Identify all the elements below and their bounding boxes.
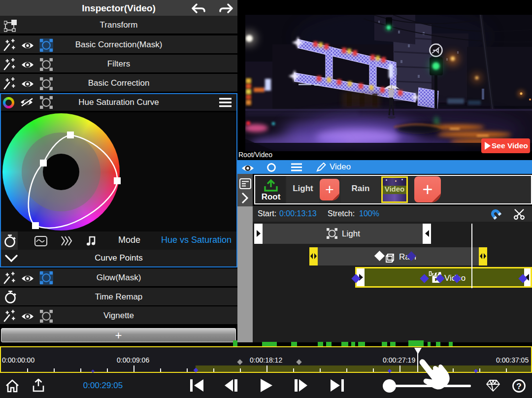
svg-text:?: ? (516, 382, 521, 391)
